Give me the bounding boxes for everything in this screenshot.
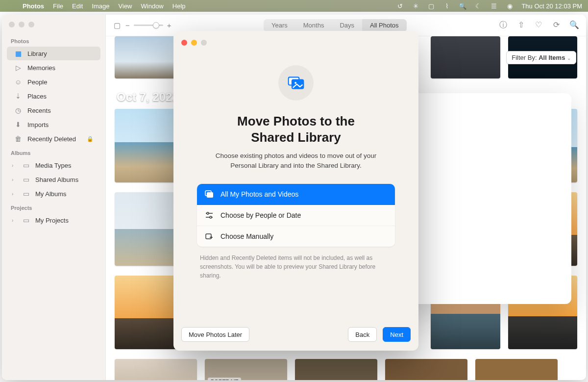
sidebar-item-label: My Projects	[35, 217, 69, 224]
search-icon[interactable]: 🔍	[569, 20, 578, 30]
option-manually[interactable]: Choose Manually	[197, 226, 395, 247]
sidebar: Photos ▦ Library ▷ Memories ☺ People ⇣ P…	[2, 15, 106, 380]
filter-value: All Items	[539, 54, 565, 61]
segment-days[interactable]: Days	[332, 19, 362, 32]
menubar-clock[interactable]: Thu Oct 20 12:03 PM	[521, 2, 582, 10]
sidebar-item-label: Imports	[27, 121, 49, 128]
sidebar-item-label: Recents	[27, 107, 51, 114]
rotate-icon[interactable]: ⟳	[552, 20, 561, 30]
filter-menu[interactable]: Filter By: All Items ⌄	[506, 51, 576, 64]
sheet-title: Move Photos to the Shared Library	[197, 113, 395, 145]
photo-thumb[interactable]	[431, 36, 500, 78]
zoom-in-icon[interactable]: +	[167, 21, 172, 29]
favorite-icon[interactable]: ♡	[534, 20, 543, 30]
option-label: Choose Manually	[220, 232, 273, 240]
sheet-disclaimer: Hidden and Recently Deleted items will n…	[200, 254, 392, 280]
library-icon: ▦	[14, 49, 23, 58]
sidebar-item-media-types[interactable]: › ▭ Media Types	[7, 158, 100, 172]
traffic-close[interactable]	[9, 22, 15, 27]
sidebar-item-places[interactable]: ⇣ Places	[7, 89, 100, 103]
aspect-icon[interactable]: ▢	[114, 21, 121, 30]
sidebar-item-imports[interactable]: ⬇ Imports	[7, 118, 100, 131]
zoom-out-icon[interactable]: −	[125, 21, 130, 29]
back-button[interactable]: Back	[348, 327, 377, 342]
shared-library-icon	[278, 65, 314, 101]
svg-rect-4	[207, 192, 213, 198]
photo-thumb[interactable]	[115, 359, 197, 380]
share-icon[interactable]: ⇧	[516, 20, 525, 30]
menubar-item-view[interactable]: View	[119, 2, 132, 10]
spotlight-icon[interactable]: 🔍	[459, 2, 466, 10]
sheet-traffic-lights[interactable]	[181, 40, 395, 53]
siri-icon[interactable]: ◉	[506, 2, 514, 10]
sidebar-item-label: Places	[27, 93, 47, 100]
traffic-min[interactable]	[191, 40, 197, 46]
info-icon[interactable]: ⓘ	[499, 20, 508, 30]
sidebar-item-label: Media Types	[35, 162, 71, 169]
traffic-max[interactable]	[28, 22, 34, 27]
portrait-badge: PORTRAIT	[208, 378, 241, 380]
traffic-min[interactable]	[19, 22, 24, 27]
places-icon: ⇣	[14, 92, 23, 101]
folder-icon: ▭	[22, 216, 30, 225]
photo-thumb[interactable]: PORTRAIT	[205, 359, 287, 380]
chevron-right-icon: ›	[12, 191, 17, 197]
folder-icon: ▭	[22, 189, 30, 198]
sidebar-item-label: Library	[27, 50, 47, 57]
menubar-item-help[interactable]: Help	[172, 2, 186, 10]
sidebar-item-recently-deleted[interactable]: 🗑 Recently Deleted 🔒	[7, 132, 100, 146]
chevron-right-icon: ›	[12, 177, 17, 182]
sidebar-item-label: Recently Deleted	[27, 135, 76, 143]
photo-thumb[interactable]	[475, 359, 558, 380]
recents-icon: ◷	[14, 106, 23, 115]
chevron-right-icon: ›	[12, 218, 17, 223]
traffic-max	[201, 40, 207, 46]
control-center-icon[interactable]: ☰	[490, 2, 498, 10]
sidebar-item-my-projects[interactable]: › ▭ My Projects	[7, 213, 100, 227]
sidebar-item-memories[interactable]: ▷ Memories	[7, 61, 100, 75]
option-label: All My Photos and Videos	[220, 190, 298, 198]
wifi-icon[interactable]: ⌇	[443, 2, 451, 10]
menubar-item-edit[interactable]: Edit	[72, 2, 83, 10]
move-later-button[interactable]: Move Photos Later	[181, 327, 249, 342]
sidebar-heading-photos: Photos	[2, 34, 105, 46]
option-people-date[interactable]: Choose by People or Date	[197, 205, 395, 226]
window-traffic-lights[interactable]	[2, 18, 105, 34]
sidebar-item-label: Shared Albums	[35, 176, 78, 183]
next-button[interactable]: Next	[383, 327, 411, 342]
dnd-icon[interactable]: ☾	[474, 2, 482, 10]
sidebar-item-my-albums[interactable]: › ▭ My Albums	[7, 187, 100, 201]
segment-months[interactable]: Months	[295, 19, 332, 32]
segment-all-photos[interactable]: All Photos	[362, 19, 407, 32]
svg-rect-9	[206, 234, 211, 239]
folder-icon: ▭	[22, 175, 30, 184]
sidebar-item-people[interactable]: ☺ People	[7, 75, 100, 89]
svg-point-2	[294, 82, 296, 84]
sidebar-item-recents[interactable]: ◷ Recents	[7, 103, 100, 117]
people-icon: ☺	[14, 77, 23, 86]
option-all-photos[interactable]: All My Photos and Videos	[197, 184, 395, 205]
chevron-down-icon: ⌄	[567, 55, 571, 61]
menubar-item-image[interactable]: Image	[92, 2, 109, 10]
menubar-item-file[interactable]: File	[53, 2, 63, 10]
imports-icon: ⬇	[14, 120, 23, 129]
sheet-subtitle: Choose existing photos and videos to mov…	[205, 151, 387, 170]
bluetooth-icon[interactable]: ✳	[412, 2, 419, 10]
photos-stack-icon	[205, 190, 214, 199]
sidebar-heading-albums: Albums	[2, 146, 105, 158]
traffic-close[interactable]	[181, 40, 187, 46]
photo-thumb[interactable]	[385, 359, 467, 380]
timemachine-icon[interactable]: ↺	[396, 2, 404, 10]
sidebar-item-library[interactable]: ▦ Library	[7, 47, 100, 60]
zoom-slider[interactable]: − +	[125, 21, 172, 29]
photo-thumb[interactable]	[295, 359, 377, 380]
svg-point-8	[210, 216, 212, 218]
sliders-icon	[205, 211, 214, 220]
menubar-app-name[interactable]: Photos	[23, 2, 44, 10]
sidebar-item-label: My Albums	[35, 190, 67, 198]
folder-icon: ▭	[22, 161, 30, 170]
sidebar-item-shared-albums[interactable]: › ▭ Shared Albums	[7, 173, 100, 186]
menubar-item-window[interactable]: Window	[141, 2, 164, 10]
segment-years[interactable]: Years	[264, 19, 295, 32]
battery-icon[interactable]: ▢	[427, 2, 435, 10]
